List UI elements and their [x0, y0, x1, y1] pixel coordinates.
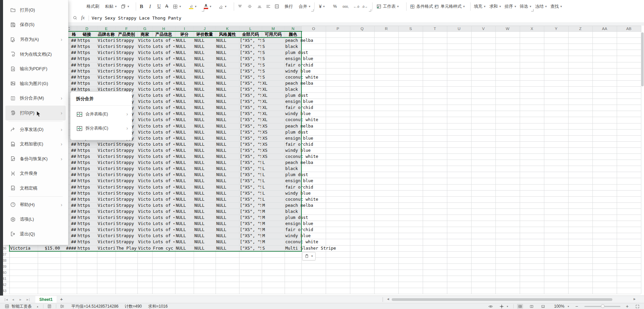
table-row[interactable]: ##httpsVictoria'Strappy IVictoLots of <N…: [0, 172, 644, 178]
spreadsheet-grid[interactable]: ABCDEFGHIJKLMNOPQRSTUVWXYZAAAB格链接品牌名称产品类…: [0, 26, 644, 296]
group-expand-icon[interactable]: [202, 9, 204, 11]
table-row[interactable]: ##httpsVictoria'Strappy IVictoLots of <N…: [0, 196, 644, 202]
column-header-D[interactable]: D: [77, 26, 97, 31]
zoom-dropdown-icon[interactable]: ▼: [567, 303, 570, 309]
column-header-K[interactable]: K: [216, 26, 239, 31]
bold-button[interactable]: B: [140, 0, 143, 13]
submenu-item-merge-tables[interactable]: 合并表格(E) ›: [70, 107, 132, 121]
table-row[interactable]: ##httpsVictoria'Strappy IVictoLots of <N…: [0, 239, 644, 245]
underline-button[interactable]: U: [157, 0, 161, 13]
add-sheet-button[interactable]: +: [60, 296, 63, 302]
table-row[interactable]: ##httpsVictoria'Strappy IVictoLots of <N…: [0, 147, 644, 153]
table-row[interactable]: ##httpsVictoria'Strappy IVictoLots of <N…: [0, 80, 644, 86]
fill-color-button[interactable]: ▼: [218, 0, 227, 13]
recenter-icon[interactable]: [499, 303, 504, 309]
cell-style-button[interactable]: 单元格样式▼: [434, 0, 465, 13]
scroll-right-icon[interactable]: ▶: [634, 298, 636, 301]
menu-item-help[interactable]: ?帮助(H)›: [5, 197, 66, 212]
borders-button[interactable]: ▼: [173, 0, 182, 13]
menu-item-save-as[interactable]: 另存为(A)›: [5, 32, 66, 47]
page-layout-view-icon[interactable]: [528, 304, 535, 309]
group-expand-icon[interactable]: [369, 9, 371, 11]
sort-button[interactable]: 排序▼: [505, 0, 517, 13]
fx-label[interactable]: fx: [81, 15, 85, 21]
eye-icon[interactable]: [488, 303, 493, 309]
table-row[interactable]: ##httpsVictoria'Strappy IVictoLots of <N…: [0, 68, 644, 74]
zoom-out-button[interactable]: −: [575, 303, 578, 309]
column-header-P[interactable]: P: [326, 26, 350, 31]
menu-item-file-slim[interactable]: 文件瘦身: [5, 166, 66, 181]
column-header-E[interactable]: E: [97, 26, 116, 31]
table-row[interactable]: ##httpsVictoria'Strappy IVictoLots of <N…: [0, 184, 644, 190]
prev-sheet-icon[interactable]: ◀: [12, 297, 14, 302]
zoom-in-button[interactable]: +: [626, 303, 629, 309]
column-header-U[interactable]: U: [447, 26, 471, 31]
table-row[interactable]: ##httpsVictoria'Strappy IVictoLots of <N…: [0, 62, 644, 68]
vertical-scrollbar[interactable]: [641, 32, 644, 86]
column-header-AA[interactable]: AA: [592, 26, 617, 31]
table-row[interactable]: ##httpsVictoria'Strappy IVictoLots of <N…: [0, 221, 644, 227]
group-expand-icon[interactable]: [311, 9, 314, 11]
column-header-G[interactable]: G: [137, 26, 152, 31]
align-bottom-button[interactable]: [257, 0, 262, 13]
table-header-row[interactable]: 格链接品牌名称产品类别商家产品信息评分评价数量风格属性全部尺码可用尺码颜色: [0, 31, 644, 37]
find-button[interactable]: 查找▼: [550, 0, 562, 13]
table-row[interactable]: ##httpsVictoria'Strappy IVictoLots of <N…: [0, 233, 644, 239]
column-header-X[interactable]: X: [520, 26, 544, 31]
menu-item-split-merge[interactable]: 拆分合并(M)›: [5, 91, 66, 106]
table-row[interactable]: ##httpsVictoria'Strappy IVictoLots of <N…: [0, 208, 644, 215]
menu-item-save[interactable]: 保存(S): [5, 18, 66, 32]
paste-button[interactable]: 粘贴▼: [105, 0, 117, 13]
table-row[interactable]: ##httpsVictoria'Strappy IVictoLots of <N…: [0, 153, 644, 160]
font-color-button[interactable]: A▼: [204, 0, 212, 13]
column-header-F[interactable]: F: [116, 26, 137, 31]
paste-options-button[interactable]: ▼: [302, 252, 316, 260]
table-row-36[interactable]: Victoria$15.00####httpsVictoria'The Play…: [0, 245, 644, 251]
first-sheet-icon[interactable]: |◀: [4, 297, 8, 302]
freeze-button[interactable]: 冻结▼: [535, 0, 547, 13]
strikethrough-button[interactable]: A: [165, 0, 168, 13]
page-break-view-icon[interactable]: [540, 304, 546, 309]
filter-button[interactable]: 筛选▼: [520, 0, 532, 13]
merge-cells-button[interactable]: 合并▼: [299, 0, 311, 13]
collapse-arrow-icon[interactable]: ▲: [36, 303, 39, 309]
table-row[interactable]: ##httpsVictoria'Strappy IVictoLots of <N…: [0, 44, 644, 50]
menu-item-options[interactable]: 选项(L): [5, 212, 66, 227]
column-header-O[interactable]: O: [301, 26, 326, 31]
smart-payroll-button[interactable]: 智能工资条: [11, 303, 32, 309]
menu-item-encrypt[interactable]: 文档加密(E)›: [5, 137, 66, 151]
copy-button[interactable]: ▼: [121, 0, 130, 13]
menu-item-open[interactable]: 打开(O): [5, 3, 66, 18]
menu-item-backup-restore[interactable]: 备份与恢复(K)›: [5, 151, 66, 166]
table-row[interactable]: ##httpsVictoria'Strappy IVictoLots of <N…: [0, 166, 644, 172]
column-header-V[interactable]: V: [471, 26, 495, 31]
menu-item-export-pdf[interactable]: 输出为PDF(F): [5, 61, 66, 76]
italic-button[interactable]: I: [149, 0, 151, 13]
format-painter-button[interactable]: 格式刷: [87, 0, 99, 13]
table-row[interactable]: ##httpsVictoria'Strappy IVictoLots of <N…: [0, 202, 644, 208]
scroll-left-icon[interactable]: ◀: [387, 298, 389, 301]
column-header-J[interactable]: J: [194, 26, 216, 31]
increase-decimal-button[interactable]: ←.0: [353, 0, 359, 13]
table-row[interactable]: ##httpsVictoria'Strappy IVictoLots of <N…: [0, 56, 644, 62]
table-row[interactable]: ##httpsVictoria'Strappy IVictoLots of <N…: [0, 141, 644, 147]
column-header-Z[interactable]: Z: [568, 26, 592, 31]
menu-item-export-image[interactable]: 输出为图片(G): [5, 76, 66, 91]
align-top-button[interactable]: [237, 0, 243, 13]
highlight-color-button[interactable]: ▼: [189, 0, 197, 13]
column-header-N[interactable]: N: [285, 26, 301, 31]
menu-item-print[interactable]: 打印(P)›: [5, 106, 66, 120]
last-sheet-icon[interactable]: ▶|: [27, 297, 30, 302]
table-row[interactable]: ##httpsVictoria'Strappy IVictoLots of <N…: [0, 215, 644, 221]
search-icon[interactable]: [73, 16, 78, 21]
sum-button[interactable]: 求和▼: [489, 0, 502, 13]
table-row[interactable]: ##httpsVictoria'Strappy IVictoLots of <N…: [0, 227, 644, 233]
table-row[interactable]: ##httpsVictoria'Strappy IVictoLots of <N…: [0, 37, 644, 44]
thousands-format-button[interactable]: 000,: [343, 0, 349, 13]
zoom-level[interactable]: 100%: [554, 303, 565, 309]
wrap-text-button[interactable]: 换行: [285, 0, 293, 13]
column-header-I[interactable]: I: [175, 26, 194, 31]
fullscreen-icon[interactable]: [635, 303, 640, 309]
decrease-decimal-button[interactable]: .0→: [362, 0, 367, 13]
column-header-W[interactable]: W: [495, 26, 520, 31]
